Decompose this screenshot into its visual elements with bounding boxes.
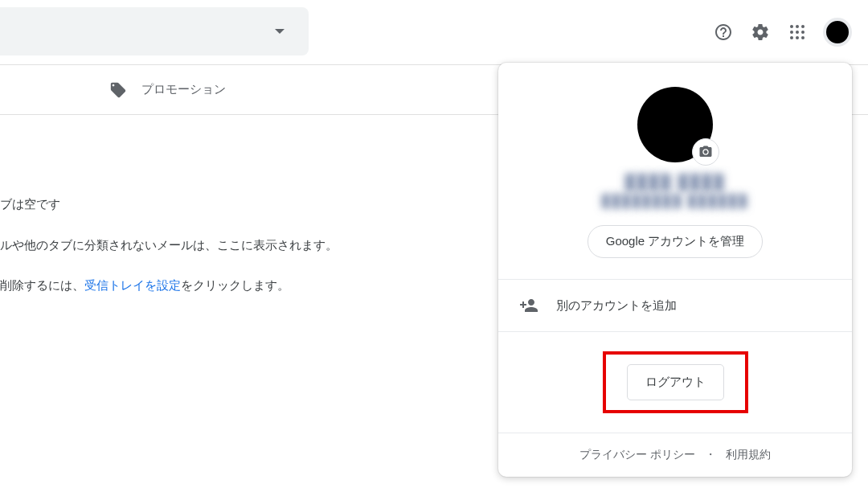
tag-icon xyxy=(109,81,127,99)
logout-highlight: ログアウト xyxy=(603,351,748,413)
svg-point-3 xyxy=(790,31,793,34)
tab-label: プロモーション xyxy=(141,82,226,97)
svg-point-6 xyxy=(790,36,793,39)
add-account-label: 別のアカウントを追加 xyxy=(556,298,677,314)
apps-button[interactable] xyxy=(781,16,813,48)
svg-point-0 xyxy=(790,25,793,28)
privacy-policy-link[interactable]: プライバシー ポリシー xyxy=(579,448,695,462)
svg-point-5 xyxy=(801,31,805,34)
svg-point-4 xyxy=(796,31,799,34)
separator-dot: ・ xyxy=(705,448,716,462)
svg-point-2 xyxy=(801,25,805,28)
svg-point-7 xyxy=(796,36,799,39)
manage-account-button[interactable]: Google アカウントを管理 xyxy=(588,225,764,258)
add-account-button[interactable]: 別のアカウントを追加 xyxy=(498,280,852,332)
svg-point-1 xyxy=(796,25,799,28)
gear-icon xyxy=(751,23,770,42)
change-photo-button[interactable] xyxy=(692,138,719,166)
user-email: ████████ ██████ xyxy=(602,194,749,207)
camera-icon xyxy=(698,145,713,159)
account-menu-popup: ████ ████ ████████ ██████ Google アカウントを管… xyxy=(498,63,852,477)
logout-button[interactable]: ログアウト xyxy=(627,364,724,400)
help-icon xyxy=(714,23,733,42)
inbox-settings-link[interactable]: 受信トレイを設定 xyxy=(84,278,181,292)
help-button[interactable] xyxy=(707,16,739,48)
svg-point-8 xyxy=(801,36,805,39)
search-options-dropdown[interactable] xyxy=(0,7,309,55)
user-display-name: ████ ████ xyxy=(624,174,725,191)
settings-button[interactable] xyxy=(744,16,776,48)
terms-link[interactable]: 利用規約 xyxy=(726,448,771,462)
apps-grid-icon xyxy=(788,23,807,42)
chevron-down-icon xyxy=(275,29,285,34)
person-add-icon xyxy=(519,296,538,315)
tab-promotions[interactable]: プロモーション xyxy=(109,81,226,99)
popup-footer: プライバシー ポリシー ・ 利用規約 xyxy=(498,433,852,477)
user-avatar-small[interactable] xyxy=(823,18,852,47)
